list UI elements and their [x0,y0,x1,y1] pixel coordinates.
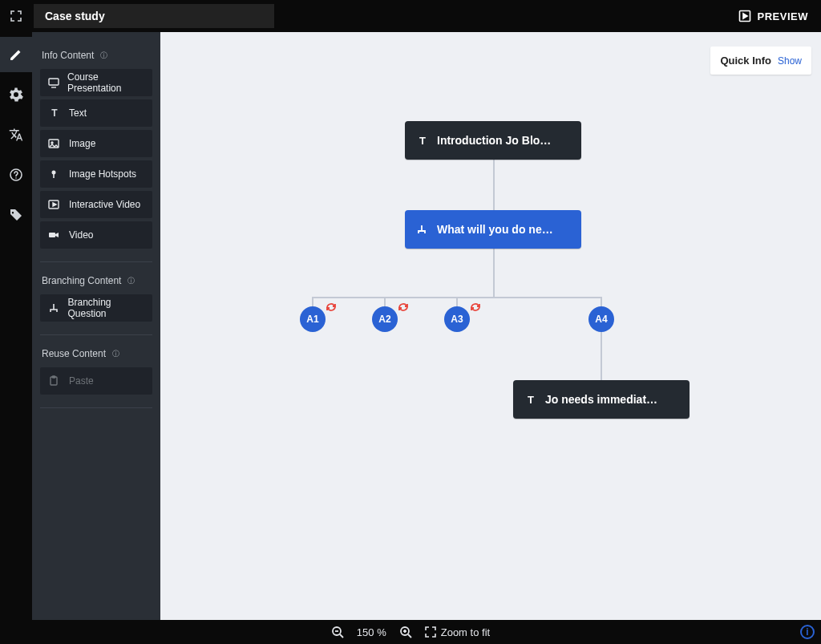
translate-icon [9,128,23,142]
tag-icon [9,208,23,222]
fullscreen-toggle-icon[interactable] [3,3,29,29]
rail-settings[interactable] [0,77,32,112]
palette-video[interactable]: Video [40,221,152,249]
node-label: What will you do ne… [437,223,553,236]
palette-course-presentation[interactable]: Course Presentation [40,69,152,96]
svg-point-2 [15,177,17,179]
rail-tags[interactable] [0,197,32,233]
palette-label: Video [69,229,93,241]
palette-image-hotspots[interactable]: Image Hotspots [40,160,152,188]
rail-translate[interactable] [0,117,32,152]
alt-a4[interactable]: A4 [588,306,614,332]
project-title-text: Case study [45,10,105,22]
interactive-video-icon [48,199,61,210]
loop-badge-a2 [397,301,411,315]
svg-rect-10 [52,376,55,378]
alt-a3[interactable]: A3 [444,306,470,332]
palette-interactive-video[interactable]: Interactive Video [40,191,152,218]
info-help-icon[interactable]: ⓘ [111,349,120,358]
alt-label: A2 [378,314,390,325]
palette-label: Image Hotspots [69,168,136,180]
node-label: Introduction Jo Blo… [437,134,551,147]
project-title[interactable]: Case study [34,4,274,28]
alt-label: A4 [595,314,607,325]
connector [601,330,602,382]
node-text-leaf[interactable]: T Jo needs immediat… [513,380,690,419]
preview-label: PREVIEW [758,10,808,22]
content-palette: Info Content ⓘ Course Presentation T Tex… [32,32,160,620]
node-branching-question[interactable]: What will you do ne… [405,210,581,249]
palette-branching-question[interactable]: Branching Question [40,294,152,322]
connector [493,157,495,210]
palette-label: Text [69,107,87,119]
palette-label: Interactive Video [69,199,140,210]
left-rail [0,32,32,620]
section-title: Info Content [42,50,94,61]
zoom-out-button[interactable] [331,626,344,638]
svg-rect-8 [49,233,55,237]
palette-label: Branching Question [68,297,145,319]
palette-text[interactable]: T Text [40,99,152,127]
loop-badge-a1 [325,301,339,315]
svg-point-6 [52,171,56,175]
palette-image[interactable]: Image [40,130,152,157]
loop-badge-a3 [469,301,483,315]
branch-icon [416,224,429,235]
section-title: Branching Content [42,275,121,286]
node-text-root[interactable]: T Introduction Jo Blo… [405,121,581,160]
branch-icon [48,302,60,314]
presentation-icon [48,77,59,88]
alt-label: A1 [306,314,318,325]
svg-rect-3 [49,79,59,85]
alt-label: A3 [451,314,463,325]
info-help-icon[interactable]: ⓘ [126,276,135,286]
svg-point-5 [51,142,53,144]
hotspots-icon [48,168,61,180]
palette-label: Image [69,138,95,149]
palette-label: Course Presentation [67,71,144,94]
branching-canvas[interactable]: Quick Info Show T Introduction Jo Blo… W… [160,32,821,620]
rail-edit[interactable] [0,37,32,72]
paste-icon [48,375,61,387]
section-branching-content: Branching Content ⓘ [42,275,151,286]
section-reuse-content: Reuse Content ⓘ [42,348,151,359]
zoom-in-button[interactable] [399,626,412,638]
info-help-icon[interactable]: ⓘ [99,51,108,60]
palette-paste: Paste [40,367,152,395]
quick-info-title: Quick Info [720,55,771,67]
palette-label: Paste [69,375,94,387]
top-bar: Case study PREVIEW [0,0,821,32]
image-icon [48,138,61,149]
help-icon [9,168,23,182]
zoom-to-fit-label: Zoom to fit [441,626,490,638]
video-icon [48,229,61,241]
section-info-content: Info Content ⓘ [42,50,151,61]
canvas-info-button[interactable]: i [800,625,815,639]
gear-icon [9,87,23,102]
status-bar: 150 % Zoom to fit i [0,620,821,644]
alt-a1[interactable]: A1 [300,306,326,332]
alt-a2[interactable]: A2 [372,306,398,332]
quick-info-panel: Quick Info Show [710,47,811,75]
text-icon: T [416,135,429,147]
rail-help[interactable] [0,157,32,192]
pencil-icon [9,47,23,62]
preview-button[interactable]: PREVIEW [726,0,821,32]
quick-info-show-link[interactable]: Show [778,55,802,67]
play-icon [738,10,751,22]
section-title: Reuse Content [42,348,106,359]
node-label: Jo needs immediat… [545,393,657,406]
zoom-level: 150 % [357,626,386,638]
zoom-to-fit-button[interactable]: Zoom to fit [425,626,490,638]
text-icon: T [524,394,537,406]
text-icon: T [48,107,61,119]
connector [493,249,495,297]
